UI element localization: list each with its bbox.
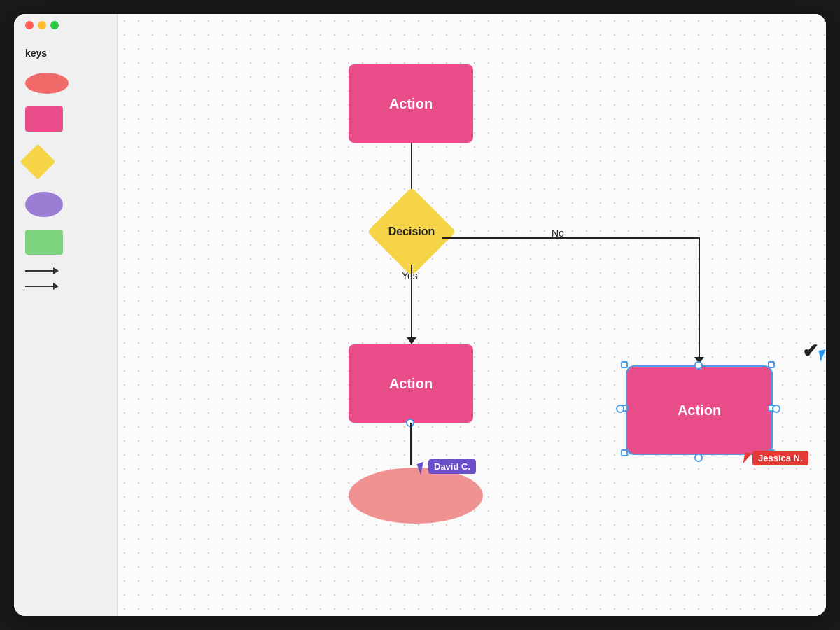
action-node-mid[interactable]: Action bbox=[349, 344, 473, 423]
arrow-bar-1 bbox=[25, 270, 53, 272]
shape-ellipse-red-icon bbox=[25, 73, 69, 94]
shape-item-rect-green[interactable] bbox=[25, 230, 106, 255]
shape-diamond-icon bbox=[20, 144, 56, 180]
shape-item-rect-pink[interactable] bbox=[25, 106, 106, 132]
arrow-item-2[interactable] bbox=[25, 283, 106, 290]
arrow-bar-2 bbox=[25, 286, 53, 287]
ellipse-node[interactable] bbox=[349, 468, 483, 524]
cursor-jessica: Jessica N. bbox=[744, 451, 808, 465]
shape-ellipse-purple-icon bbox=[25, 192, 63, 217]
no-label: No bbox=[552, 227, 564, 239]
sidebar-content: keys bbox=[14, 14, 117, 309]
selection-handle-tl[interactable] bbox=[621, 361, 628, 368]
cursor-david-label: David C. bbox=[428, 459, 476, 474]
flow-canvas[interactable]: Action Decision Yes Action David C. bbox=[118, 14, 826, 616]
connection-point-bottom[interactable] bbox=[694, 454, 703, 462]
shape-item-diamond[interactable] bbox=[25, 144, 106, 179]
cursor-alex-icon bbox=[819, 349, 826, 361]
action-node-top[interactable]: Action bbox=[349, 64, 473, 143]
action-mid-label: Action bbox=[389, 376, 433, 392]
minimize-dot[interactable] bbox=[38, 21, 46, 29]
cursor-jessica-icon bbox=[743, 452, 752, 464]
sidebar-panel: keys bbox=[14, 14, 118, 616]
cursor-david-icon bbox=[417, 462, 428, 475]
connector-line-3 bbox=[410, 423, 412, 465]
connection-point-top[interactable] bbox=[694, 361, 703, 370]
yes-label: Yes bbox=[402, 270, 418, 281]
checkmark-icon: ✔ bbox=[802, 342, 818, 361]
connector-line-no-h bbox=[442, 237, 700, 239]
arrow-item-1[interactable] bbox=[25, 267, 106, 274]
cursor-jessica-label: Jessica N. bbox=[752, 451, 808, 465]
shape-item-ellipse-red[interactable] bbox=[25, 73, 106, 94]
decision-node[interactable] bbox=[367, 187, 456, 276]
cursor-david: David C. bbox=[419, 459, 476, 474]
action-node-right[interactable]: Action bbox=[626, 365, 773, 455]
cursor-alex: ✔ Alex F. bbox=[802, 342, 826, 361]
connector-line-2 bbox=[411, 265, 412, 342]
arrow-head-down-2 bbox=[407, 337, 416, 344]
connector-line-no-v bbox=[699, 237, 700, 362]
connection-point-left[interactable] bbox=[616, 405, 624, 413]
shape-rect-pink-icon bbox=[25, 106, 63, 132]
maximize-dot[interactable] bbox=[50, 21, 59, 29]
selection-handle-bl[interactable] bbox=[621, 449, 628, 456]
titlebar bbox=[25, 21, 59, 29]
arrow-head-1 bbox=[53, 267, 59, 274]
close-dot[interactable] bbox=[25, 21, 34, 29]
action-top-label: Action bbox=[389, 96, 433, 112]
sidebar-title: keys bbox=[25, 48, 106, 59]
shape-rect-green-icon bbox=[25, 230, 63, 255]
arrow-head-2 bbox=[53, 283, 59, 290]
main-window: keys bbox=[14, 14, 826, 616]
shape-item-ellipse-purple[interactable] bbox=[25, 192, 106, 217]
action-right-label: Action bbox=[678, 402, 721, 419]
selection-handle-tr[interactable] bbox=[768, 361, 775, 368]
connection-point-right[interactable] bbox=[772, 405, 780, 413]
